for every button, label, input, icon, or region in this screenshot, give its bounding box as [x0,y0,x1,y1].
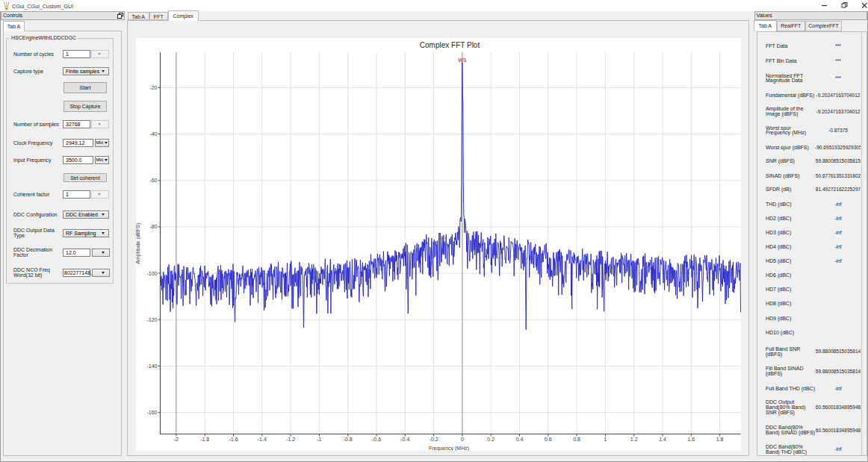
svg-text:0: 0 [461,437,464,442]
svg-text:-1.2: -1.2 [286,437,295,442]
svg-text:-0.2: -0.2 [430,437,438,442]
svg-text:Complex FFT Plot: Complex FFT Plot [420,41,480,49]
svg-text:-140: -140 [146,363,157,369]
svg-text:Frequency (MHz): Frequency (MHz) [429,446,469,452]
svg-text:WS: WS [458,57,467,63]
svg-text:0.4: 0.4 [516,437,524,442]
svg-text:-20: -20 [149,85,157,90]
svg-text:-40: -40 [149,131,157,137]
svg-text:0.8: 0.8 [573,437,580,442]
svg-text:1.4: 1.4 [659,437,666,442]
svg-text:-100: -100 [146,271,157,276]
svg-text:1: 1 [604,437,607,442]
svg-text:-160: -160 [146,410,157,415]
svg-text:1.8: 1.8 [716,437,724,442]
svg-text:0.2: 0.2 [487,437,495,442]
svg-text:1.2: 1.2 [630,437,638,442]
svg-text:-0.4: -0.4 [400,437,409,442]
svg-text:-2: -2 [174,437,179,442]
svg-text:0.6: 0.6 [545,437,552,442]
svg-text:1.6: 1.6 [687,437,695,442]
svg-text:-60: -60 [149,178,157,183]
svg-text:-1.4: -1.4 [258,437,267,442]
svg-text:-0.8: -0.8 [344,437,353,442]
svg-text:-0.6: -0.6 [372,437,381,442]
svg-text:-1.6: -1.6 [229,437,238,442]
svg-text:-80: -80 [149,224,157,229]
svg-text:-1.8: -1.8 [200,437,209,442]
svg-text:-1: -1 [317,437,321,442]
svg-text:-120: -120 [146,317,157,322]
svg-text:Amplitude (dBFS): Amplitude (dBFS) [136,222,141,263]
